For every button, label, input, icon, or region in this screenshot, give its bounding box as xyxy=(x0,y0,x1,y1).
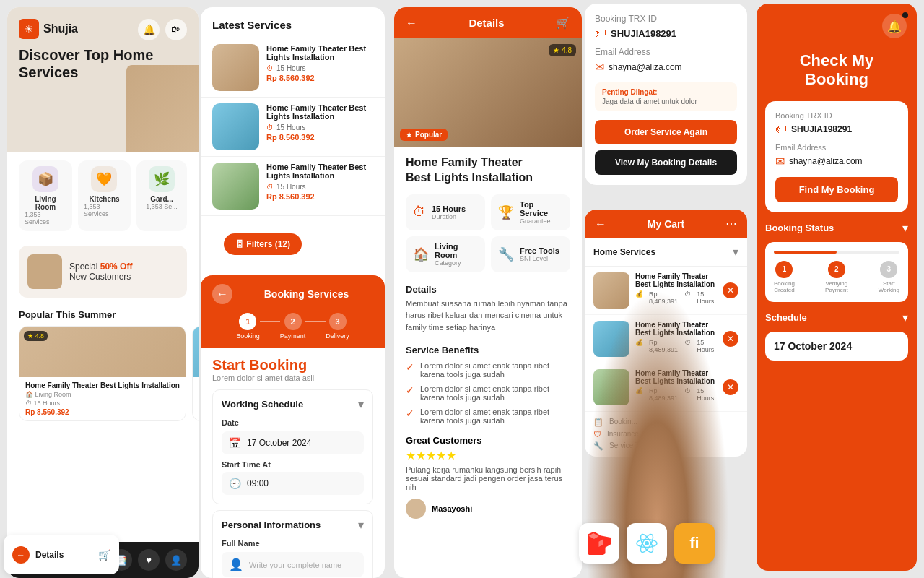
notification-button[interactable]: 🔔 xyxy=(882,14,907,38)
special-offer-text: Special 50% Off New Customers xyxy=(69,262,132,282)
chevron-down-icon: ▾ xyxy=(733,245,738,259)
chevron-down-icon: ▾ xyxy=(358,518,364,532)
special-offer-banner: Special 50% Off New Customers xyxy=(19,246,187,298)
filter-button[interactable]: 🎛 Filters (12) xyxy=(224,233,302,255)
service-info: Home Family Theater Best Lights Installa… xyxy=(266,103,373,150)
item-price: Rp 8,489,391 xyxy=(649,387,679,402)
heart-icon[interactable]: ♥ xyxy=(138,549,160,571)
warning-text: Jaga data di amet untuk dolor xyxy=(602,98,730,105)
react-icon xyxy=(635,532,658,555)
service-info: Home Family Theater Best Lights Installa… xyxy=(266,44,373,91)
cat-count: 1,353 Services xyxy=(84,203,125,217)
working-schedule-section: Working Schedule ▾ Date 📅 17 October 202… xyxy=(212,389,373,504)
check-icon: ✓ xyxy=(406,361,414,373)
working-schedule-header[interactable]: Working Schedule ▾ xyxy=(213,390,372,418)
item-price: Rp 8,489,391 xyxy=(649,290,679,305)
service-hours: 15 Hours xyxy=(276,124,306,131)
meta-label: Category xyxy=(435,259,478,267)
remove-item-button[interactable]: ✕ xyxy=(723,379,738,395)
popular-badge: ★ Popular xyxy=(400,129,448,141)
booking-status-section: Booking Status ▾ 1 BookingCreated 2 Veri… xyxy=(765,221,908,302)
panel-header: 🔔 xyxy=(757,4,917,48)
email-field: ✉ shayna@aliza.com xyxy=(775,155,898,168)
meta-guarantee: 🏆 Top Service Guarantee xyxy=(491,194,570,230)
booking-body: Start Booking Lorem dolor si amet data a… xyxy=(201,348,385,578)
step-label-1: Booking xyxy=(236,332,260,340)
service-item-2[interactable]: Home Family Theater Best Lights Installa… xyxy=(201,98,385,157)
cart-item-1: Home Family Theater Best Lights Installa… xyxy=(585,267,747,315)
date-field[interactable]: 📅 17 October 2024 xyxy=(222,431,364,454)
logo-text: Shujia xyxy=(43,22,78,35)
category-kitchens[interactable]: 🧡 Kitchens 1,353 Services xyxy=(78,160,131,231)
notification-icon[interactable]: 🔔 xyxy=(138,19,160,40)
item-image xyxy=(593,272,629,309)
back-button[interactable]: ← xyxy=(406,17,417,30)
view-booking-button[interactable]: View My Booking Details xyxy=(595,150,737,175)
benefit-text: Lorem dolor si amet enak tanpa ribet kar… xyxy=(420,384,570,402)
item-image xyxy=(593,321,629,357)
remove-item-button[interactable]: ✕ xyxy=(723,282,738,298)
start-booking-sub: Lorem dolor si amet data asli xyxy=(212,374,373,382)
service-item-1[interactable]: Home Family Theater Best Lights Installa… xyxy=(201,38,385,98)
service-meta: ⏱ 15 Hours xyxy=(266,183,373,191)
filter-bar-container: 🎛 Filters (12) xyxy=(201,216,385,272)
item-info: Home Family Theater Best Lights Installa… xyxy=(635,369,717,405)
user-icon[interactable]: 👤 xyxy=(165,549,187,571)
time-icon: ⏱ xyxy=(684,339,691,353)
full-name-placeholder: Write your complete name xyxy=(249,561,341,569)
svg-point-0 xyxy=(645,541,649,545)
booking-icon: 📋 xyxy=(593,418,603,427)
personal-info-header[interactable]: Personal Informations ▾ xyxy=(213,511,372,539)
remove-item-button[interactable]: ✕ xyxy=(723,331,738,347)
price-icon: 💰 xyxy=(635,290,643,305)
header-icons: 🔔 🛍 xyxy=(138,19,187,40)
category-living-room[interactable]: 📦 Living Room 1,353 Services xyxy=(19,160,72,231)
section-name: Home Services xyxy=(593,247,655,257)
booking-lookup-card: Booking TRX ID 🏷 SHUJIA198291 Email Addr… xyxy=(765,101,908,212)
home-services-header: Home Services ▾ xyxy=(585,238,747,267)
expand-icon[interactable]: ▾ xyxy=(902,221,908,235)
personal-info-content: Full Name 👤 Write your complete name xyxy=(213,539,372,578)
insurance-row: 🛡 Insurance xyxy=(593,430,738,439)
meta-info: 15 Hours Duration xyxy=(432,204,466,220)
step-1: 1 Booking xyxy=(236,313,260,340)
booking-steps: 1 Booking 2 Payment 3 Delivery xyxy=(201,313,385,348)
service-item-3[interactable]: Home Family Theater Best Lights Installa… xyxy=(201,157,385,216)
kitchens-icon: 🧡 xyxy=(91,166,117,192)
item-title: Home Family Theater Best Lights Installa… xyxy=(635,369,717,385)
popular-card-1[interactable]: ★ 4.8 Home Family Theater Best Lights In… xyxy=(19,326,186,421)
personal-info-label: Personal Informations xyxy=(222,519,321,530)
popular-card-2[interactable]: Mini Swim Po... Soccer Fields 🏊 Recreati… xyxy=(192,326,199,421)
benefit-1: ✓ Lorem dolor si amet enak tanpa ribet k… xyxy=(394,358,582,381)
order-again-button[interactable]: Order Service Again xyxy=(595,120,737,144)
garden-icon: 🌿 xyxy=(149,166,175,192)
fiverr-logo: fi xyxy=(674,523,715,564)
back-button[interactable]: ← xyxy=(212,284,232,304)
warning-title: Penting Diingat: xyxy=(602,88,730,96)
back-icon[interactable]: ← xyxy=(595,217,606,230)
service-image xyxy=(212,103,259,150)
tools-row: 🔧 Service Tools xyxy=(593,441,738,451)
expand-icon[interactable]: ▾ xyxy=(902,311,908,324)
tools-label: Service Tools xyxy=(609,441,652,451)
category-garden[interactable]: 🌿 Gard... 1,353 Se... xyxy=(136,160,187,231)
cart-icon[interactable]: 🛒 xyxy=(556,16,570,30)
bag-icon[interactable]: 🛍 xyxy=(165,19,187,40)
meta-grid: ⏱ 15 Hours Duration 🏆 Top Service Guaran… xyxy=(394,189,582,278)
details-snippet-title: Details xyxy=(35,550,64,560)
full-name-field[interactable]: 👤 Write your complete name xyxy=(222,552,364,577)
cart-icon-snippet[interactable]: 🛒 xyxy=(98,549,110,561)
step-circle-2: 2 xyxy=(284,313,302,330)
clock-icon: 🕘 xyxy=(229,478,241,489)
benefits-title: Service Benefits xyxy=(394,339,582,358)
card-body: Home Family Theater Best Lights Installa… xyxy=(19,377,186,420)
back-icon-snippet[interactable]: ← xyxy=(12,546,30,564)
card-image xyxy=(193,327,199,377)
step-label: VerifyingPayment xyxy=(825,280,848,293)
popular-cards: ★ 4.8 Home Family Theater Best Lights In… xyxy=(7,323,199,424)
logo-icon: ✳ xyxy=(19,19,39,39)
find-booking-button[interactable]: Find My Booking xyxy=(775,177,898,202)
status-header: Booking Status ▾ xyxy=(765,221,908,235)
item-meta: 💰 Rp 8,489,391 ⏱ 15 Hours xyxy=(635,387,717,402)
start-time-field[interactable]: 🕘 09:00 xyxy=(222,472,364,495)
